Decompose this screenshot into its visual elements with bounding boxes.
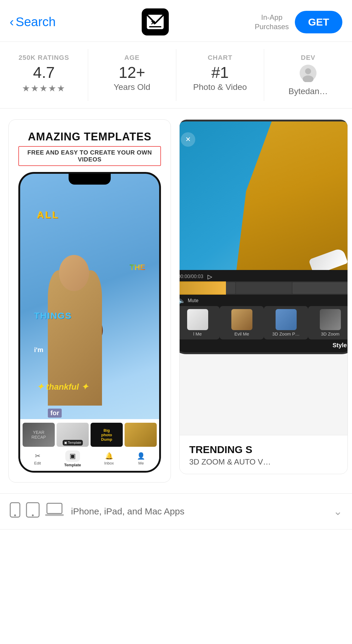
style-label-2: Evil Me xyxy=(234,331,249,336)
nav-template: ▣ Template xyxy=(64,450,81,467)
frame-3 xyxy=(292,282,348,294)
chart-label: CHART xyxy=(182,54,258,62)
nav-inbox: 🔔 Inbox xyxy=(104,452,114,465)
style-item-4: 3D Zoom xyxy=(308,306,348,339)
device-compat-label: iPhone, iPad, and Mac Apps xyxy=(71,506,326,517)
nav-inbox-icon: 🔔 xyxy=(105,452,113,460)
get-button[interactable]: GET xyxy=(295,11,342,33)
app-icon: ✕ xyxy=(142,8,169,35)
in-app-purchases-label: In-App Purchases xyxy=(255,13,289,31)
nav-me: 👤 Me xyxy=(137,452,145,465)
chart-sub: Photo & Video xyxy=(182,82,258,92)
style-thumb-1 xyxy=(187,309,208,330)
device-compat-row[interactable]: iPhone, iPad, and Mac Apps ⌄ xyxy=(0,493,352,529)
screenshots-row: AMAZING TEMPLATES FREE AND EASY TO CREAT… xyxy=(0,119,352,483)
volume-icon: 🔈 xyxy=(179,297,185,304)
style-section-label: Style xyxy=(179,342,348,352)
style-thumb-2 xyxy=(231,309,252,330)
svg-rect-11 xyxy=(45,514,64,516)
tablet-device-icon xyxy=(26,502,40,521)
svg-point-4 xyxy=(305,68,311,74)
overlay-things-text: THINGS xyxy=(34,311,72,321)
mute-row: 🔈 Mute xyxy=(179,297,348,306)
style-item-3: 3D Zoom P… xyxy=(264,306,308,339)
phone-notch xyxy=(69,174,111,185)
age-label: AGE xyxy=(94,54,170,62)
nav-template-active-bg: ▣ xyxy=(65,450,80,462)
app-icon-container: ✕ xyxy=(63,8,248,35)
nav-edit-icon: ✂ xyxy=(35,452,40,460)
style-item-1: l Me xyxy=(179,306,220,339)
nav-me-label: Me xyxy=(138,461,144,465)
device-icons-group xyxy=(10,502,64,521)
thumbnail-row: YEARRECAP ▣ Template BigphotoDump xyxy=(23,423,157,447)
nav-me-icon: 👤 xyxy=(137,452,145,460)
phone-device-icon xyxy=(10,502,20,521)
age-sub: Years Old xyxy=(94,82,170,92)
back-chevron-icon: ‹ xyxy=(10,16,14,28)
svg-point-9 xyxy=(32,514,34,516)
dev-icon xyxy=(270,64,346,85)
timeline-header: 00:00/00:03 ▷ xyxy=(179,270,348,281)
person-area xyxy=(20,198,159,406)
age-value: 12+ xyxy=(94,64,170,81)
stat-chart: CHART #1 Photo & Video xyxy=(176,49,264,101)
dev-label: DEV xyxy=(270,54,346,62)
overlay-all-text: ALL xyxy=(37,209,59,220)
nav-template-label: Template xyxy=(64,463,81,467)
timeline-scrubber xyxy=(179,281,348,295)
trending-title: TRENDING S xyxy=(189,444,338,455)
overlay-for-text: for xyxy=(48,409,61,418)
style-label-4: 3D Zoom xyxy=(321,331,340,336)
card-1-title: AMAZING TEMPLATES xyxy=(18,130,161,143)
thumb-2: ▣ Template xyxy=(57,423,89,447)
overlay-the-text: THE xyxy=(130,263,145,272)
card-1-subtitle: FREE AND EASY TO CREATE YOUR OWN VIDEOS xyxy=(18,146,161,166)
nav-edit: ✂ Edit xyxy=(34,452,41,465)
frame-2 xyxy=(236,282,292,294)
screenshots-section: AMAZING TEMPLATES FREE AND EASY TO CREAT… xyxy=(0,109,352,494)
editor-panel: 00:00/00:03 ▷ 🔈 xyxy=(179,270,348,352)
style-thumb-4 xyxy=(320,309,341,330)
nav-template-icon: ▣ xyxy=(69,452,76,460)
svg-rect-10 xyxy=(47,503,62,514)
app-logo-icon: ✕ xyxy=(146,14,164,30)
thumb-1: YEARRECAP xyxy=(23,423,55,447)
style-thumbs-row: l Me Evil Me 3D Zoom P… 3D Zoom xyxy=(179,306,348,342)
thumb-4 xyxy=(125,423,157,447)
phone-mockup-2: ✕ 00:00/00:03 ▷ xyxy=(179,120,348,354)
style-item-2: Evil Me xyxy=(220,306,264,339)
stars-display: ★★★★★ xyxy=(6,83,82,94)
phone-screen-2 xyxy=(179,121,348,296)
screenshot-card-1[interactable]: AMAZING TEMPLATES FREE AND EASY TO CREAT… xyxy=(8,119,171,483)
frame-1 xyxy=(179,282,235,294)
phone-bottom-bar: YEARRECAP ▣ Template BigphotoDump xyxy=(20,419,159,471)
stat-ratings: 250K RATINGS 4.7 ★★★★★ xyxy=(0,49,88,101)
timeline-time: 00:00/00:03 xyxy=(179,274,203,279)
trending-sub: 3D ZOOM & AUTO V… xyxy=(189,457,338,467)
back-label: Search xyxy=(16,15,56,29)
ratings-label: 250K RATINGS xyxy=(6,54,82,62)
dancer-body-shape xyxy=(233,121,348,296)
phone-nav-bar: ✂ Edit ▣ Template 🔔 Inb xyxy=(23,449,157,468)
stats-row: 250K RATINGS 4.7 ★★★★★ AGE 12+ Years Old… xyxy=(0,42,352,109)
svg-point-7 xyxy=(14,514,16,516)
phone-mockup-1: ALL THE THINGS i'm ✦ thankful ✦ for YEAR… xyxy=(18,172,161,473)
dancer-legs-area xyxy=(233,121,348,296)
style-label-1: l Me xyxy=(193,331,202,336)
laptop-device-icon xyxy=(45,502,64,521)
overlay-thankful-text: ✦ thankful ✦ xyxy=(37,382,88,392)
screenshot-card-2[interactable]: ✕ 00:00/00:03 ▷ xyxy=(179,119,348,474)
head-shape xyxy=(59,255,89,291)
back-button[interactable]: ‹ Search xyxy=(10,15,56,29)
trending-section: TRENDING S 3D ZOOM & AUTO V… xyxy=(180,435,347,474)
overlay-im-text: i'm xyxy=(34,346,43,354)
app-header: ‹ Search ✕ In-App Purchases GET xyxy=(0,0,352,42)
device-chevron-icon[interactable]: ⌄ xyxy=(333,505,342,518)
header-right-actions: In-App Purchases GET xyxy=(255,11,342,33)
nav-edit-label: Edit xyxy=(34,461,41,465)
thumb-3: BigphotoDump xyxy=(91,423,123,447)
play-icon: ▷ xyxy=(208,273,212,280)
svg-text:✕: ✕ xyxy=(150,20,156,26)
dev-sub: Bytedan… xyxy=(270,87,346,96)
